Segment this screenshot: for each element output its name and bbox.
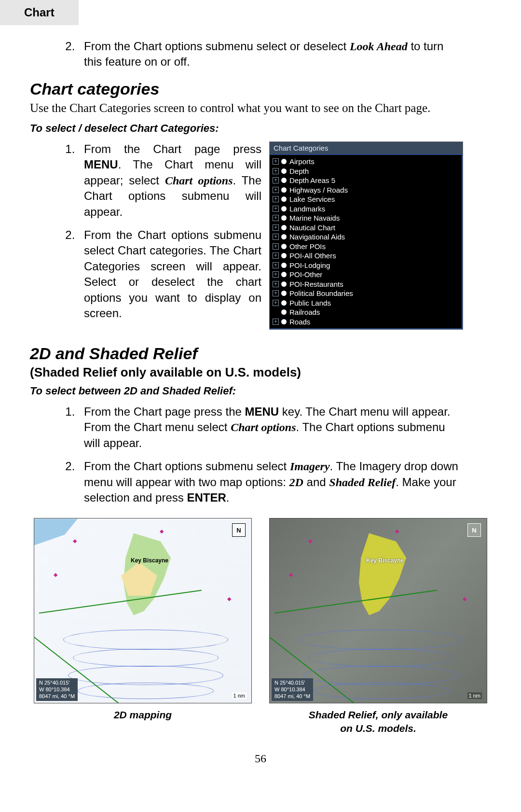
category-label: Highways / Roads bbox=[289, 185, 348, 195]
intro-step-em: Look Ahead bbox=[350, 40, 408, 53]
north-indicator-icon: N bbox=[232, 523, 246, 537]
coord-lon: W 80°10.384 bbox=[274, 686, 310, 693]
section-chart-categories-heading: Chart categories bbox=[30, 80, 491, 98]
expander-icon: + bbox=[273, 158, 279, 165]
expander-icon: + bbox=[273, 271, 279, 278]
map-key-label: Key Biscayne bbox=[131, 557, 168, 564]
category-item: +Public Lands bbox=[270, 298, 462, 308]
category-item: +Roads bbox=[270, 317, 462, 327]
coord-dist: 8047 mi, 40 °M bbox=[274, 693, 310, 700]
category-label: Roads bbox=[289, 317, 310, 327]
depth-contour bbox=[78, 683, 214, 699]
chart-categories-screenshot: Chart Categories +Airports+Depth+Depth A… bbox=[269, 141, 463, 330]
category-label: Depth bbox=[289, 167, 309, 176]
depth-contour bbox=[68, 666, 223, 685]
category-item: +POI-Other bbox=[270, 270, 462, 280]
checkbox-dot-icon bbox=[281, 253, 287, 258]
figure-shaded-caption: Shaded Relief, only available on U.S. mo… bbox=[309, 708, 448, 735]
coord-lon: W 80°10.384 bbox=[39, 686, 75, 693]
expander-icon: + bbox=[273, 300, 279, 306]
category-item: +Nautical Chart bbox=[270, 223, 462, 233]
depth-contour bbox=[303, 666, 459, 685]
checkbox-dot-icon bbox=[281, 281, 287, 287]
chapter-tab: Chart bbox=[0, 0, 79, 25]
checkbox-dot-icon bbox=[281, 300, 287, 306]
coord-lat: N 25°40.015' bbox=[274, 680, 310, 686]
expander-icon: + bbox=[273, 196, 279, 202]
depth-contour bbox=[73, 649, 219, 667]
nav-marker: ◆ bbox=[54, 572, 57, 578]
category-item: +Landmarks bbox=[270, 204, 462, 214]
depth-contour bbox=[299, 630, 464, 650]
checkbox-dot-icon bbox=[281, 225, 287, 230]
expander-icon: + bbox=[273, 215, 279, 221]
nav-marker: ◆ bbox=[308, 538, 312, 544]
figure-shaded-relief: Key Biscayne ◆ ◆ ◆ ◆ N N 25°40.015' W 80… bbox=[269, 518, 487, 735]
category-item: +Depth Areas 5 bbox=[270, 176, 462, 185]
map-2d-image: Key Biscayne ◆ ◆ ◆ ◆ N N 25°40.015' W 80… bbox=[34, 518, 252, 703]
category-item: +Marine Navaids bbox=[270, 213, 462, 223]
nav-marker: ◆ bbox=[289, 572, 293, 578]
category-item: +Other POIs bbox=[270, 242, 462, 252]
expander-icon: + bbox=[273, 224, 279, 231]
nav-marker: ◆ bbox=[73, 538, 77, 544]
category-item: +POI-All Others bbox=[270, 251, 462, 261]
track-line bbox=[39, 590, 202, 614]
nav-marker: ◆ bbox=[463, 596, 466, 602]
figure-2d-caption: 2D mapping bbox=[114, 708, 172, 721]
depth-contour bbox=[313, 683, 449, 699]
category-item: +Depth bbox=[270, 167, 462, 176]
category-label: POI-Restaurants bbox=[289, 280, 343, 289]
category-item: +POI-Restaurants bbox=[270, 280, 462, 289]
checkbox-dot-icon bbox=[281, 206, 287, 211]
expander-icon: + bbox=[273, 234, 279, 240]
page-number: 56 bbox=[30, 752, 491, 765]
category-item: +Navigational Aids bbox=[270, 232, 462, 242]
section-2d-shaded-sub: To select between 2D and Shaded Relief: bbox=[30, 385, 491, 397]
checkbox-dot-icon bbox=[281, 309, 287, 315]
intro-steps: From the Chart options submenu select or… bbox=[30, 39, 462, 70]
category-label: Depth Areas 5 bbox=[289, 176, 335, 185]
chart-categories-step-1: From the Chart page press MENU. The Char… bbox=[78, 141, 261, 220]
category-label: Public Lands bbox=[289, 298, 331, 308]
category-label: Navigational Aids bbox=[289, 232, 345, 242]
checkbox-dot-icon bbox=[281, 291, 287, 296]
map-key-label: Key Biscayne bbox=[366, 557, 404, 564]
depth-contour bbox=[63, 630, 228, 650]
checkbox-dot-icon bbox=[281, 178, 287, 183]
category-label: Nautical Chart bbox=[289, 223, 335, 233]
shaded-relief-step-1: From the Chart page press the MENU key. … bbox=[78, 404, 462, 451]
coordinates-box: N 25°40.015' W 80°10.384 8047 mi, 40 °M bbox=[272, 678, 313, 701]
category-item: +Lake Services bbox=[270, 195, 462, 204]
intro-step-text-pre: From the Chart options submenu select or… bbox=[84, 40, 350, 53]
expander-icon: + bbox=[273, 187, 279, 193]
checkbox-dot-icon bbox=[281, 319, 287, 324]
category-item: +Political Boundaries bbox=[270, 289, 462, 298]
water-region bbox=[34, 518, 78, 545]
expander-icon bbox=[273, 309, 279, 315]
track-line bbox=[274, 590, 437, 614]
expander-icon: + bbox=[273, 243, 279, 250]
checkbox-dot-icon bbox=[281, 196, 287, 202]
nav-marker: ◆ bbox=[395, 528, 399, 534]
expander-icon: + bbox=[273, 168, 279, 174]
expander-icon: + bbox=[273, 252, 279, 259]
expander-icon: + bbox=[273, 262, 279, 268]
category-label: POI-All Others bbox=[289, 251, 336, 261]
section-2d-shaded-heading: 2D and Shaded Relief bbox=[30, 344, 491, 363]
scale-bar: 1 nm bbox=[232, 692, 247, 699]
scale-bar: 1 nm bbox=[467, 692, 482, 699]
nav-marker: ◆ bbox=[227, 596, 231, 602]
coord-lat: N 25°40.015' bbox=[39, 680, 75, 686]
expander-icon: + bbox=[273, 177, 279, 183]
category-label: Marine Navaids bbox=[289, 213, 340, 223]
map-shaded-image: Key Biscayne ◆ ◆ ◆ ◆ N N 25°40.015' W 80… bbox=[269, 518, 487, 703]
chart-categories-list: +Airports+Depth+Depth Areas 5+Highways /… bbox=[270, 154, 463, 329]
category-label: POI-Other bbox=[289, 270, 322, 280]
island-region bbox=[342, 533, 410, 615]
expander-icon: + bbox=[273, 319, 279, 325]
section-chart-categories-sub: To select / deselect Chart Categories: bbox=[30, 122, 491, 135]
expander-icon: + bbox=[273, 290, 279, 296]
north-indicator-icon: N bbox=[467, 523, 481, 537]
shaded-relief-step-2: From the Chart options submenu select Im… bbox=[78, 459, 462, 505]
